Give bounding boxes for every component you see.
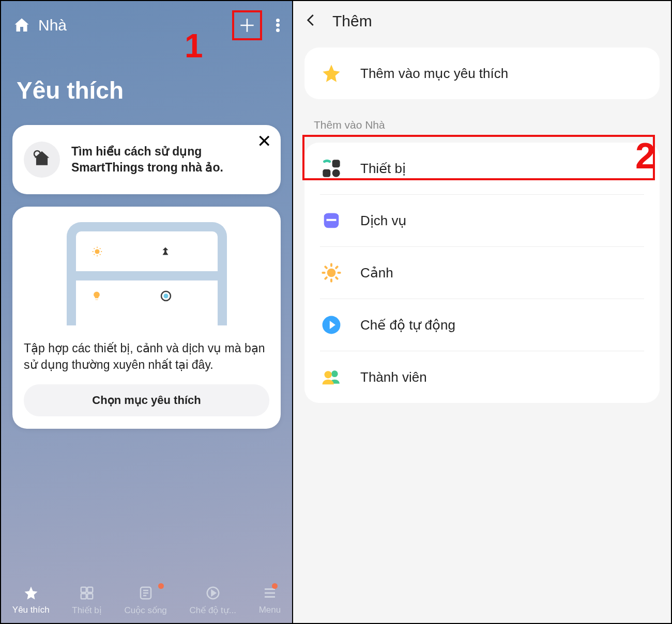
home-icon[interactable]: [12, 16, 31, 35]
svg-point-1: [95, 249, 99, 254]
dashboard-card: Tập hợp các thiết bị, cảnh và dịch vụ mà…: [12, 207, 281, 429]
nav-menu[interactable]: Menu: [259, 584, 281, 615]
members-icon: [320, 366, 343, 388]
svg-point-16: [327, 269, 336, 277]
svg-point-18: [331, 370, 338, 377]
nav-automation[interactable]: Chế độ tự...: [189, 584, 236, 616]
annotation-step-2: 2: [635, 135, 655, 177]
svg-rect-5: [87, 587, 93, 592]
more-menu-icon[interactable]: [271, 15, 284, 36]
annotation-step-1: 1: [185, 27, 203, 65]
star-icon: [22, 584, 40, 602]
page-title: Yêu thích: [1, 40, 292, 125]
menu-label: Thành viên: [360, 369, 427, 385]
menu-label: Cảnh: [360, 265, 393, 281]
menu-item-service[interactable]: Dịch vụ: [304, 194, 660, 246]
menu-label: Dịch vụ: [360, 213, 406, 229]
bottom-nav: Yêu thích Thiết bị Cuộc sống Chế độ tự..…: [1, 576, 292, 623]
tip-text: Tìm hiểu cách sử dụng SmartThings trong …: [71, 144, 269, 176]
life-icon: [137, 584, 155, 602]
svg-rect-11: [323, 169, 330, 177]
svg-rect-4: [81, 587, 86, 592]
svg-rect-15: [327, 219, 337, 221]
svg-point-19: [325, 371, 332, 378]
play-icon: [320, 314, 343, 336]
svg-point-0: [34, 151, 40, 157]
back-icon[interactable]: [303, 12, 321, 30]
svg-point-3: [163, 294, 168, 299]
svg-rect-14: [324, 213, 339, 220]
add-button[interactable]: [232, 10, 262, 40]
sun-icon: [320, 261, 343, 284]
nav-life[interactable]: Cuộc sống: [124, 584, 166, 616]
grid-icon: [78, 584, 96, 602]
menu-label: Thêm vào mục yêu thích: [360, 66, 508, 82]
nav-devices[interactable]: Thiết bị: [72, 584, 102, 616]
location-title[interactable]: Nhà: [38, 17, 67, 34]
svg-point-12: [332, 169, 340, 177]
menu-label: Thiết bị: [360, 161, 406, 177]
devices-icon: [320, 157, 343, 180]
menu-item-device[interactable]: Thiết bị: [304, 143, 660, 194]
menu-item-automation[interactable]: Chế độ tự động: [304, 299, 660, 351]
play-circle-icon: [204, 584, 222, 602]
service-icon: [320, 209, 343, 232]
tip-card[interactable]: ✕ Tìm hiểu cách sử dụng SmartThings tron…: [12, 125, 281, 194]
close-icon[interactable]: ✕: [257, 132, 271, 150]
menu-item-scene[interactable]: Cảnh: [304, 246, 660, 299]
dashboard-description: Tập hợp các thiết bị, cảnh và dịch vụ mà…: [24, 340, 269, 373]
svg-rect-10: [332, 160, 340, 167]
section-label: Thêm vào Nhà: [293, 112, 671, 136]
dashboard-illustration: [67, 222, 227, 325]
menu-item-member[interactable]: Thành viên: [304, 351, 660, 403]
virtual-home-icon: [24, 142, 60, 178]
svg-rect-7: [87, 594, 93, 599]
nav-favorites[interactable]: Yêu thích: [12, 584, 50, 615]
menu-item-add-favorite[interactable]: Thêm vào mục yêu thích: [304, 48, 660, 99]
star-icon: [320, 62, 343, 85]
menu-label: Chế độ tự động: [360, 317, 455, 333]
add-to-home-card: Thiết bị Dịch vụ Cảnh: [304, 143, 660, 403]
add-favorite-card: Thêm vào mục yêu thích: [304, 48, 660, 99]
svg-rect-6: [81, 594, 86, 599]
page-title: Thêm: [332, 12, 372, 30]
choose-favorites-button[interactable]: Chọn mục yêu thích: [24, 384, 269, 416]
